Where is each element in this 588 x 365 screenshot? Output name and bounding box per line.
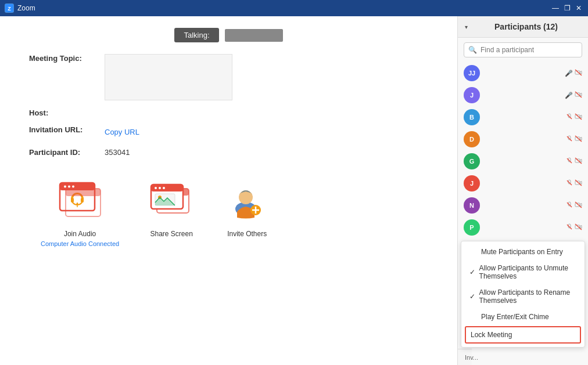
participant-avatar: G — [464, 153, 480, 169]
invite-others-label: Invite Others — [227, 230, 267, 238]
participant-status-icons — [566, 157, 582, 165]
camera-off-icon — [575, 157, 582, 165]
participant-search[interactable]: 🔍 — [464, 42, 582, 57]
svg-line-34 — [567, 136, 572, 141]
title-bar-left: Z Zoom — [5, 3, 35, 13]
talking-value — [225, 29, 283, 42]
svg-line-31 — [567, 114, 572, 119]
camera-off-icon — [575, 135, 582, 143]
close-button[interactable]: ✕ — [574, 3, 583, 13]
app-body: Talking: Meeting Topic: Host: Invitation… — [0, 16, 588, 365]
mic-muted-icon — [566, 135, 573, 143]
camera-off-icon — [575, 201, 582, 209]
svg-rect-12 — [66, 189, 101, 196]
meeting-info: Meeting Topic: Host: Invitation URL: Cop… — [17, 54, 440, 136]
svg-text:Z: Z — [8, 6, 11, 12]
participant-avatar: J — [464, 87, 480, 103]
svg-point-19 — [163, 187, 165, 189]
invite-others-icon — [224, 180, 270, 225]
talking-bar: Talking: — [174, 28, 282, 42]
svg-point-5 — [68, 186, 70, 188]
context-menu-item[interactable]: Play Enter/Exit Chime — [461, 309, 585, 325]
svg-point-6 — [72, 186, 74, 188]
mic-icon: 🎤 — [565, 92, 573, 99]
participant-status-icons: 🎤 — [565, 91, 582, 99]
context-menu-item[interactable]: ✓Allow Participants to Unmute Themselves — [461, 260, 585, 284]
svg-line-37 — [567, 158, 572, 163]
participant-avatar: B — [464, 109, 480, 125]
invitation-url-row: Invitation URL: Copy URL — [29, 125, 440, 136]
talking-label: Talking: — [174, 28, 218, 42]
svg-line-43 — [567, 203, 572, 207]
participant-status-icons — [566, 179, 582, 187]
join-audio-sublabel: Computer Audio Connected — [41, 240, 119, 247]
left-panel: Talking: Meeting Topic: Host: Invitation… — [0, 16, 457, 365]
participant-status-icons: 🎤 — [565, 69, 582, 77]
meeting-topic-value — [105, 54, 232, 100]
participant-id-row: Participant ID: 353041 — [17, 148, 440, 157]
host-label: Host: — [29, 109, 105, 117]
invite-bottom-label: Inv... — [465, 354, 478, 361]
participant-item: D — [458, 128, 588, 150]
mic-muted-icon — [566, 223, 573, 232]
svg-point-4 — [64, 186, 66, 188]
participant-item: B — [458, 106, 588, 128]
maximize-button[interactable]: ❐ — [562, 3, 572, 13]
context-menu: Mute Participants on Entry✓Allow Partici… — [461, 241, 585, 348]
invite-others-button[interactable]: Invite Others — [224, 180, 270, 238]
participants-title: Participants (12) — [471, 22, 581, 31]
context-menu-item-label: Play Enter/Exit Chime — [481, 313, 549, 321]
participant-status-icons — [566, 135, 582, 143]
share-screen-label: Share Screen — [150, 230, 192, 238]
share-screen-button[interactable]: Share Screen — [148, 180, 195, 238]
check-mark-icon: ✓ — [469, 268, 476, 276]
svg-line-46 — [567, 225, 572, 229]
participants-toggle-icon[interactable]: ▾ — [465, 24, 468, 30]
svg-point-18 — [159, 187, 161, 189]
join-audio-icon — [57, 180, 103, 225]
context-menu-item-label: Allow Participants to Unmute Themselves — [479, 264, 576, 280]
participant-item: P — [458, 216, 588, 238]
camera-off-icon — [575, 69, 582, 77]
mic-icon: 🎤 — [565, 70, 573, 77]
meeting-topic-row: Meeting Topic: — [29, 54, 440, 100]
zoom-logo-icon: Z — [5, 3, 14, 13]
action-buttons: Join Audio Computer Audio Connected — [17, 180, 440, 247]
svg-rect-9 — [81, 198, 84, 203]
join-audio-button[interactable]: Join Audio Computer Audio Connected — [41, 180, 119, 247]
mic-muted-icon — [566, 157, 573, 165]
participant-avatar: N — [464, 197, 480, 214]
participant-status-icons — [566, 201, 582, 209]
context-menu-item-label: Mute Participants on Entry — [481, 248, 563, 256]
join-audio-label: Join Audio — [64, 230, 96, 238]
lock-meeting-item[interactable]: Lock Meeting — [465, 326, 581, 344]
camera-off-icon — [575, 223, 582, 232]
participants-header: ▾ Participants (12) — [458, 16, 588, 38]
context-menu-item[interactable]: ✓Allow Participants to Rename Themselves — [461, 284, 585, 309]
participant-status-icons — [566, 223, 582, 232]
share-screen-icon — [148, 180, 195, 225]
svg-point-17 — [155, 187, 157, 189]
context-menu-item-label: Allow Participants to Rename Themselves — [479, 288, 576, 305]
participant-item: G — [458, 150, 588, 172]
participant-id-value: 353041 — [105, 148, 130, 157]
context-menu-item[interactable]: Mute Participants on Entry — [461, 244, 585, 260]
minimize-button[interactable]: — — [551, 3, 560, 13]
svg-line-40 — [567, 180, 572, 185]
mic-muted-icon — [566, 179, 573, 187]
mic-muted-icon — [566, 113, 573, 121]
participant-item: J🎤 — [458, 84, 588, 106]
copy-url-link[interactable]: Copy URL — [105, 128, 139, 136]
participant-item: N — [458, 194, 588, 216]
search-input[interactable] — [464, 42, 582, 57]
participant-item: JJ🎤 — [458, 62, 588, 84]
title-bar: Z Zoom — ❐ ✕ — [0, 0, 588, 16]
check-mark-icon: ✓ — [469, 292, 475, 301]
participant-avatar: D — [464, 131, 480, 147]
camera-off-icon — [575, 91, 582, 99]
host-row: Host: — [29, 109, 440, 117]
camera-off-icon — [575, 179, 582, 187]
participant-avatar: JJ — [464, 65, 480, 81]
participant-status-icons — [566, 113, 582, 121]
window-controls[interactable]: — ❐ ✕ — [551, 3, 583, 13]
